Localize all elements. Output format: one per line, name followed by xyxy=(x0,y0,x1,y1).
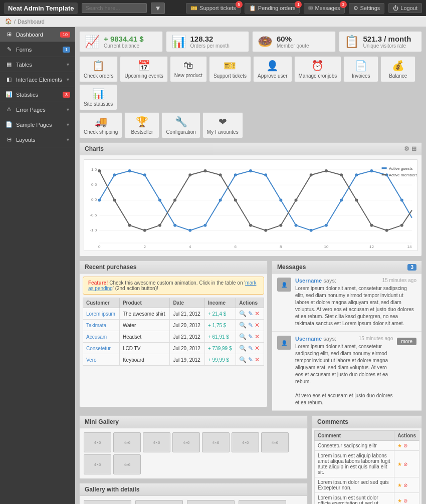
mini-thumb[interactable]: 4×6 xyxy=(202,432,230,452)
new-product-btn[interactable]: 🛍 New product xyxy=(170,56,207,82)
col-customer: Customer xyxy=(83,298,120,308)
gallery-thumb[interactable]: 100×100 xyxy=(84,500,131,504)
manage-cronjobs-btn[interactable]: ⏰ Manage cronjobs xyxy=(294,56,342,82)
approve-user-btn[interactable]: 👤 Approve user xyxy=(253,56,292,82)
customer-cell[interactable]: Vero xyxy=(83,354,120,366)
site-statistics-btn[interactable]: 📊 Site statistics xyxy=(79,84,117,110)
bottom-left: Mini Gallery 4×6 4×6 4×6 4×6 4×6 4×6 4×6… xyxy=(79,415,308,504)
bestseller-btn[interactable]: 🏆 Bestseller xyxy=(124,112,159,138)
chart-settings-icon[interactable]: ⚙ xyxy=(404,145,409,152)
table-row: Lorem ipsum The awesome shirt Jul 21, 20… xyxy=(83,308,264,320)
mini-thumb[interactable]: 4×6 xyxy=(113,432,141,452)
message-text: Lorem ipsum dolor sit amet, consetetur s… xyxy=(295,343,393,406)
orders-label: Orders per month xyxy=(190,43,230,49)
mini-thumb[interactable]: 4×6 xyxy=(232,432,259,452)
sidebar: ⊞ Dashboard 10 ✎ Forms 1 ▦ Tables ▼ ◧ In… xyxy=(0,27,75,504)
sidebar-item-layouts[interactable]: ⊟ Layouts ▼ xyxy=(0,132,75,147)
pending-orders-button[interactable]: 📋 Pending orders 1 xyxy=(245,3,300,14)
svg-point-36 xyxy=(355,173,358,176)
support-tickets-btn[interactable]: 🎫 Support tickets xyxy=(209,56,251,82)
product-cell: The awesome shirt xyxy=(119,308,169,320)
star-icon[interactable]: ★ xyxy=(397,461,402,467)
customer-cell[interactable]: Takimata xyxy=(83,320,120,331)
col-actions: Actions xyxy=(236,298,264,308)
view-icon[interactable]: 🔍 xyxy=(239,345,247,352)
check-orders-btn[interactable]: 📋 Check orders xyxy=(79,56,118,82)
svg-point-34 xyxy=(325,224,328,227)
sidebar-item-interface[interactable]: ◧ Interface Elements ▼ xyxy=(0,72,75,87)
edit-icon[interactable]: ✎ xyxy=(248,322,253,329)
edit-icon[interactable]: ✎ xyxy=(248,310,253,317)
mini-thumb[interactable]: 4×6 xyxy=(113,454,141,474)
purchases-table: Customer Product Date Income Actions Lor… xyxy=(83,298,264,366)
configuration-btn[interactable]: 🔧 Configuration xyxy=(161,112,200,138)
settings-button[interactable]: ⚙ Settings xyxy=(349,3,385,14)
my-favourites-btn[interactable]: ❤ My Favourites xyxy=(202,112,243,138)
edit-icon[interactable]: ✎ xyxy=(248,356,253,363)
check-shipping-btn[interactable]: 🚚 Check shipping xyxy=(79,112,122,138)
gallery-thumb[interactable]: 100×100 xyxy=(187,500,235,504)
pending-badge: 1 xyxy=(295,1,302,8)
invoices-btn[interactable]: 📄 Invoices xyxy=(343,56,378,82)
delete-icon[interactable]: ✕ xyxy=(255,322,260,329)
delete-icon[interactable]: ⊘ xyxy=(403,461,407,467)
svg-point-47 xyxy=(203,169,206,172)
support-tickets-button[interactable]: 🎫 Support tickets 5 xyxy=(186,3,241,14)
edit-icon[interactable]: ✎ xyxy=(248,333,253,340)
gallery-thumb[interactable]: 100×100 xyxy=(135,500,183,504)
sidebar-item-tables[interactable]: ▦ Tables ▼ xyxy=(0,57,75,72)
star-icon[interactable]: ★ xyxy=(397,498,402,503)
quick-actions-row2: 🚚 Check shipping 🏆 Bestseller 🔧 Configur… xyxy=(79,112,422,138)
sidebar-item-sample[interactable]: 📄 Sample Pages ▼ xyxy=(0,117,75,132)
view-icon[interactable]: 🔍 xyxy=(239,333,247,340)
mark-as-pending-link[interactable]: mark as pending xyxy=(88,280,256,291)
view-icon[interactable]: 🔍 xyxy=(239,310,247,317)
delete-icon[interactable]: ⊘ xyxy=(403,482,407,488)
sidebar-item-statistics[interactable]: 📊 Statistics 3 xyxy=(0,87,75,102)
income-cell: + 61,91 $ xyxy=(204,331,236,343)
gallery-details-header: Gallery with details xyxy=(80,483,307,496)
delete-icon[interactable]: ✕ xyxy=(255,345,260,352)
product-cell: Water xyxy=(119,320,169,331)
mini-thumb[interactable]: 4×6 xyxy=(261,432,289,452)
mini-thumb[interactable]: 4×6 xyxy=(84,454,111,474)
more-button[interactable]: more xyxy=(397,338,416,345)
sidebar-item-forms[interactable]: ✎ Forms 1 xyxy=(0,42,75,57)
star-icon[interactable]: ★ xyxy=(397,443,402,448)
chart-expand-icon[interactable]: ⊞ xyxy=(411,145,416,152)
star-icon[interactable]: ★ xyxy=(397,482,402,488)
edit-icon[interactable]: ✎ xyxy=(248,345,253,352)
delete-icon[interactable]: ⊘ xyxy=(403,498,407,503)
search-input[interactable] xyxy=(82,3,147,13)
balance-icon: 💰 xyxy=(385,60,411,72)
sidebar-item-error[interactable]: ⚠ Error Pages ▼ xyxy=(0,102,75,117)
gallery-thumb[interactable]: 100×100 xyxy=(239,500,286,504)
svg-point-41 xyxy=(113,198,116,201)
svg-point-19 xyxy=(98,198,101,201)
delete-icon[interactable]: ⊘ xyxy=(403,443,407,448)
delete-icon[interactable]: ✕ xyxy=(255,356,260,363)
sidebar-item-dashboard[interactable]: ⊞ Dashboard 10 xyxy=(0,27,75,42)
mini-thumb[interactable]: 4×6 xyxy=(143,432,170,452)
delete-icon[interactable]: ✕ xyxy=(255,333,260,340)
mini-thumb[interactable]: 4×6 xyxy=(84,432,111,452)
view-icon[interactable]: 🔍 xyxy=(239,322,247,329)
support-icon: 🎫 xyxy=(190,5,197,12)
customer-cell[interactable]: Consetetur xyxy=(83,343,120,354)
view-icon[interactable]: 🔍 xyxy=(239,356,247,363)
messages-button[interactable]: ✉ Messages 3 xyxy=(304,3,344,14)
logout-button[interactable]: ⏻ Logout xyxy=(388,3,422,13)
upcoming-events-btn[interactable]: 📅 Upcoming events xyxy=(120,56,167,82)
breadcrumb: 🏠 / Dashboard xyxy=(0,16,426,27)
charts-controls: ⚙ ⊞ xyxy=(404,145,416,152)
purchases-alert: Feature! Check this awesome custom anima… xyxy=(83,277,264,295)
mini-thumb[interactable]: 4×6 xyxy=(172,432,200,452)
search-button[interactable]: ▼ xyxy=(151,3,164,14)
customer-cell[interactable]: Lorem ipsum xyxy=(83,308,120,320)
delete-icon[interactable]: ✕ xyxy=(255,310,260,317)
customer-cell[interactable]: Accusam xyxy=(83,331,120,343)
balance-btn[interactable]: 💰 Balance xyxy=(380,56,415,82)
messages-count-badge: 3 xyxy=(407,264,416,271)
chevron-icon: ▼ xyxy=(66,107,70,112)
svg-text:8: 8 xyxy=(280,244,282,249)
